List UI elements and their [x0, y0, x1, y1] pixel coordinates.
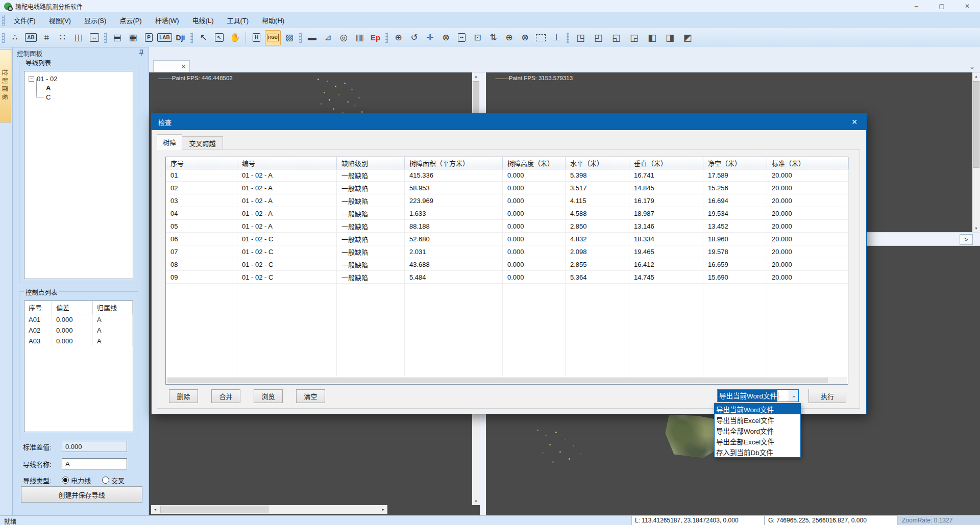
dual-view-icon[interactable]: ◫ [71, 31, 86, 45]
ep-tool-icon[interactable]: Ep [368, 31, 383, 45]
radio-crossing[interactable]: 交叉 [102, 476, 125, 485]
distance-measure-icon[interactable]: •• [454, 31, 469, 45]
table-row[interactable]: 0301 - 02 - A一般缺陷223.9690.0004.11516.179… [166, 194, 848, 207]
wire-tree[interactable]: − 01 - 02 AC [24, 71, 133, 279]
cp-row[interactable]: A030.000A [24, 336, 133, 346]
menu-item-help[interactable]: 帮助(H) [255, 12, 291, 28]
cp-column-header[interactable]: 归属线 [93, 301, 133, 314]
delete-button[interactable]: 删除 [169, 389, 198, 403]
table-row[interactable]: 0701 - 02 - C一般缺陷2.0310.0002.09819.46519… [166, 245, 848, 258]
sidebar-tab-control-panel[interactable]: 控制面板 [0, 49, 11, 122]
add-circle-icon[interactable]: ⊕ [502, 31, 517, 45]
level-tool-icon[interactable]: ⊥ [549, 31, 564, 45]
select-box-icon[interactable]: ⊡ [470, 31, 485, 45]
column-header[interactable]: 标准（米） [767, 157, 849, 169]
tree-item-C[interactable]: C [46, 93, 133, 101]
table-row[interactable]: 0101 - 02 - A一般缺陷415.3360.0005.39816.741… [166, 169, 848, 182]
table-row[interactable]: 0201 - 02 - A一般缺陷58.9530.0003.51714.8451… [166, 182, 848, 194]
lab-tool-icon[interactable]: LAB [157, 31, 172, 45]
dialog-close-icon[interactable]: ✕ [843, 114, 866, 130]
menu-item-tower[interactable]: 杆塔(W) [149, 12, 186, 28]
cp-column-header[interactable]: 偏差 [52, 301, 93, 314]
export-option-5[interactable]: 存入到当前Db文件 [715, 446, 800, 457]
column-header[interactable]: 垂直（米） [629, 157, 703, 169]
menu-item-pointcloud[interactable]: 点云(P) [113, 12, 148, 28]
cube-view-3-icon[interactable]: ◱ [609, 31, 624, 45]
column-header[interactable]: 编号 [237, 157, 337, 169]
undo-view-icon[interactable]: ↺ [407, 31, 422, 45]
cube-view-5-icon[interactable]: ◧ [645, 31, 659, 45]
dji-import-icon[interactable]: Dji [173, 31, 188, 45]
pin-icon[interactable] [138, 49, 144, 58]
tab-crossing[interactable]: 交叉跨越 [182, 136, 223, 150]
scroll-left-icon[interactable]: ◄ [151, 505, 159, 514]
ruler-icon[interactable]: ▬ [305, 31, 320, 45]
menu-item-line[interactable]: 电线(L) [186, 12, 220, 28]
tab-tree-obstacle[interactable]: 树障 [157, 134, 182, 150]
gps-locate-icon[interactable]: ◎ [336, 31, 351, 45]
right-viewport-vscrollbar[interactable]: ▲ ▼ [972, 72, 980, 232]
sort-height-icon[interactable]: ⇅ [486, 31, 501, 45]
export-option-2[interactable]: 导出当前Excel文件 [715, 414, 800, 425]
std-dev-input[interactable]: 0.000 [62, 441, 127, 452]
column-header[interactable]: 缺陷级别 [337, 157, 405, 169]
fit-window-icon[interactable]: ↔ [87, 31, 102, 45]
export-option-1[interactable]: 导出当前Word文件 [715, 404, 800, 414]
table-hscroll-thumb[interactable] [167, 378, 828, 383]
radio-power-dot[interactable] [62, 477, 69, 484]
scroll-up-icon[interactable]: ▲ [472, 72, 480, 80]
document-tab[interactable]: ✕ [153, 60, 190, 72]
column-header[interactable]: 树障面积（平方米） [405, 157, 503, 169]
clear-button[interactable]: 清空 [296, 389, 325, 403]
image-view-icon[interactable]: ▨ [282, 31, 297, 45]
menu-item-tool[interactable]: 工具(T) [220, 12, 255, 28]
wire-name-input[interactable]: A [62, 458, 127, 469]
scroll-down-icon[interactable]: ▼ [972, 224, 980, 232]
close-icon[interactable]: ✕ [954, 0, 980, 12]
expand-pane-button[interactable]: > [960, 234, 973, 245]
combo-dropdown-icon[interactable]: ⌄ [789, 390, 798, 402]
table-row[interactable]: 0901 - 02 - C一般缺陷5.4840.0005.36414.74515… [166, 271, 848, 284]
radio-cross-dot[interactable] [102, 477, 109, 484]
table-row[interactable]: 0401 - 02 - A一般缺陷1.6330.0004.58818.98719… [166, 207, 848, 220]
table-row[interactable]: 0601 - 02 - C一般缺陷52.6800.0004.83218.3341… [166, 233, 848, 245]
cube-view-2-icon[interactable]: ◰ [591, 31, 606, 45]
dialog-title-bar[interactable]: 检查 [152, 114, 866, 130]
merge-button[interactable]: 合并 [211, 389, 240, 403]
table-row[interactable]: 0501 - 02 - A一般缺陷88.1880.0002.85013.1461… [166, 220, 848, 233]
cp-row[interactable]: A010.000A [24, 314, 133, 325]
table-hscrollbar[interactable] [166, 377, 847, 384]
cube-view-7-icon[interactable]: ◩ [680, 31, 695, 45]
document-tab-close-icon[interactable]: ✕ [182, 64, 186, 69]
maximize-icon[interactable]: ▢ [929, 0, 954, 12]
export-option-4[interactable]: 导出全部Excel文件 [715, 436, 800, 446]
area-measure-icon[interactable]: ⊿ [321, 31, 335, 45]
cp-row[interactable]: A020.000A [24, 325, 133, 336]
column-header[interactable]: 水平（米） [566, 157, 629, 169]
column-header[interactable]: 树障高度（米） [503, 157, 566, 169]
cp-column-header[interactable]: 序号 [24, 301, 52, 314]
minimize-icon[interactable]: – [903, 0, 929, 12]
classify-points-icon[interactable]: ∷ [55, 31, 70, 45]
defect-table[interactable]: 序号编号缺陷级别树障面积（平方米）树障高度（米）水平（米）垂直（米）净空（米）标… [165, 157, 848, 385]
cube-view-4-icon[interactable]: ◲ [627, 31, 642, 45]
save-file-icon[interactable]: ▦ [126, 31, 140, 45]
menu-item-display[interactable]: 显示(S) [78, 12, 113, 28]
tree-item-A[interactable]: A [46, 84, 133, 92]
cube-view-1-icon[interactable]: ◳ [573, 31, 588, 45]
dash-select-icon[interactable] [533, 31, 548, 45]
pan-hand-icon[interactable]: ✋ [228, 31, 242, 45]
left-viewport-hscrollbar[interactable]: ◄ ► [151, 505, 387, 514]
p-tool-icon[interactable]: P [141, 31, 156, 45]
vscroll-thumb[interactable] [973, 81, 979, 168]
column-header[interactable]: 净空（米） [703, 157, 767, 169]
open-file-icon[interactable]: ▤ [110, 31, 125, 45]
move-point-icon[interactable]: ✛ [423, 31, 437, 45]
zoom-window-icon[interactable]: ↖ [212, 31, 227, 45]
height-render-icon[interactable]: H [249, 31, 264, 45]
remove-circle-icon[interactable]: ⊗ [518, 31, 532, 45]
menu-item-file[interactable]: 文件(F) [7, 12, 42, 28]
tree-root[interactable]: − 01 - 02 [24, 71, 133, 83]
column-header[interactable]: 序号 [166, 157, 237, 169]
cube-view-6-icon[interactable]: ◨ [663, 31, 677, 45]
